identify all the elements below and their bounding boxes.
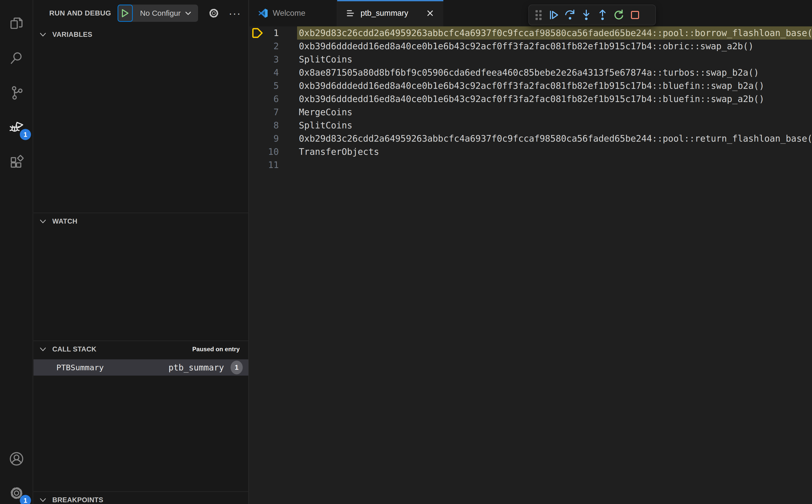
line-text[interactable]: TransferObjects bbox=[297, 145, 812, 158]
tab-welcome-label: Welcome bbox=[273, 9, 305, 18]
code-line[interactable]: 10xb29d83c26cdd2a64959263abbcfc4a6937f0c… bbox=[249, 26, 812, 40]
line-number: 5 bbox=[265, 81, 279, 91]
line-number: 4 bbox=[265, 68, 279, 78]
session-badge: 1 bbox=[230, 361, 243, 374]
vscode-window: 1 1 RUN AND DEBUG bbox=[0, 0, 812, 504]
toolbar-drag-handle-icon[interactable] bbox=[536, 10, 542, 20]
tab-ptb-summary[interactable]: ptb_summary bbox=[337, 0, 443, 26]
step-out-button[interactable] bbox=[594, 7, 611, 23]
line-number: 7 bbox=[265, 107, 279, 117]
step-into-button[interactable] bbox=[578, 7, 594, 23]
debug-configuration-dropdown[interactable]: No Configur bbox=[133, 5, 198, 22]
line-text[interactable]: 0xb39d6dddedd16ed8a40ce0b1e6b43c92acf0ff… bbox=[297, 79, 812, 92]
run-and-debug-sidebar: RUN AND DEBUG No Configur ... VARIABLES bbox=[34, 0, 249, 504]
debug-configuration-label: No Configur bbox=[140, 9, 180, 18]
call-stack-frame-row[interactable]: PTBSummary ptb_summary 1 bbox=[34, 359, 248, 376]
code-line[interactable]: 50xb39d6dddedd16ed8a40ce0b1e6b43c92acf0f… bbox=[249, 79, 812, 92]
explorer-icon bbox=[9, 16, 24, 32]
variables-section-header[interactable]: VARIABLES bbox=[34, 26, 248, 43]
activity-item-accounts[interactable] bbox=[0, 445, 33, 473]
search-icon bbox=[9, 50, 24, 66]
current-line-arrow-icon bbox=[252, 28, 263, 38]
sidebar-title: RUN AND DEBUG bbox=[49, 9, 111, 17]
debug-badge: 1 bbox=[20, 129, 31, 140]
chevron-down-icon bbox=[39, 31, 47, 38]
line-text[interactable]: 0xb39d6dddedd16ed8a40ce0b1e6b43c92acf0ff… bbox=[297, 92, 812, 106]
line-number: 11 bbox=[265, 160, 279, 170]
session-name: ptb_summary bbox=[168, 363, 224, 373]
list-file-icon bbox=[346, 8, 356, 18]
step-over-button[interactable] bbox=[562, 7, 578, 23]
step-over-icon bbox=[564, 9, 576, 21]
call-stack-section-header[interactable]: CALL STACK Paused on entry bbox=[34, 341, 248, 357]
settings-badge: 1 bbox=[20, 495, 31, 504]
editor-area: Welcome ptb_summary bbox=[249, 0, 812, 504]
close-tab-icon[interactable] bbox=[426, 9, 435, 18]
restart-button[interactable] bbox=[611, 7, 627, 23]
tab-ptb-summary-label: ptb_summary bbox=[360, 9, 408, 18]
accounts-icon bbox=[9, 451, 24, 467]
more-actions-button[interactable]: ... bbox=[229, 8, 241, 18]
chevron-down-icon bbox=[39, 217, 47, 225]
activity-bar: 1 1 bbox=[0, 0, 33, 504]
activity-item-source-control[interactable] bbox=[0, 79, 33, 107]
step-into-icon bbox=[581, 9, 592, 21]
line-text[interactable]: 0xb29d83c26cdd2a64959263abbcfc4a6937f0c9… bbox=[297, 26, 812, 40]
call-stack-label: CALL STACK bbox=[52, 345, 96, 353]
code-line[interactable]: 10TransferObjects bbox=[249, 145, 812, 158]
code-line[interactable]: 3SplitCoins bbox=[249, 53, 812, 66]
debug-current-line-gutter[interactable] bbox=[249, 28, 265, 38]
extensions-icon bbox=[9, 154, 24, 171]
frame-name: PTBSummary bbox=[56, 363, 104, 372]
activity-item-explorer[interactable] bbox=[0, 10, 33, 38]
activity-item-settings[interactable]: 1 bbox=[0, 480, 33, 504]
line-text[interactable] bbox=[297, 158, 812, 172]
watch-section-header[interactable]: WATCH bbox=[34, 213, 248, 229]
breakpoints-section: BREAKPOINTS bbox=[34, 491, 248, 504]
line-text[interactable]: 0x8ae871505a80d8bf6bf9c05906cda6edfeea46… bbox=[297, 66, 812, 79]
activity-item-extensions[interactable] bbox=[0, 148, 33, 176]
line-number: 10 bbox=[265, 147, 279, 157]
code-line[interactable]: 60xb39d6dddedd16ed8a40ce0b1e6b43c92acf0f… bbox=[249, 92, 812, 106]
line-number: 9 bbox=[265, 133, 279, 144]
chevron-down-icon bbox=[39, 345, 47, 353]
debug-toolbar bbox=[529, 5, 656, 25]
source-control-icon bbox=[9, 85, 24, 101]
variables-section: VARIABLES bbox=[34, 26, 248, 213]
continue-button[interactable] bbox=[546, 7, 562, 23]
code-line[interactable]: 90xb29d83c26cdd2a64959263abbcfc4a6937f0c… bbox=[249, 132, 812, 145]
step-out-icon bbox=[597, 9, 608, 21]
line-text[interactable]: SplitCoins bbox=[297, 119, 812, 132]
chevron-down-icon bbox=[184, 9, 192, 17]
activity-item-search[interactable] bbox=[0, 44, 33, 72]
code-line[interactable]: 7MergeCoins bbox=[249, 106, 812, 119]
line-number: 1 bbox=[265, 28, 279, 38]
line-text[interactable]: 0xb39d6dddedd16ed8a40ce0b1e6b43c92acf0ff… bbox=[297, 40, 812, 53]
activity-item-run-and-debug[interactable]: 1 bbox=[0, 114, 33, 142]
variables-label: VARIABLES bbox=[52, 31, 92, 39]
stop-button[interactable] bbox=[627, 7, 643, 23]
watch-label: WATCH bbox=[52, 217, 77, 225]
sidebar-header: RUN AND DEBUG No Configur ... bbox=[34, 0, 248, 26]
gear-icon bbox=[208, 7, 220, 19]
restart-icon bbox=[613, 9, 625, 21]
line-text[interactable]: MergeCoins bbox=[297, 106, 812, 119]
code-content: 10xb29d83c26cdd2a64959263abbcfc4a6937f0c… bbox=[249, 26, 812, 172]
line-number: 2 bbox=[265, 41, 279, 51]
tab-welcome[interactable]: Welcome bbox=[249, 0, 337, 26]
debug-settings-gear-button[interactable] bbox=[208, 7, 220, 19]
code-line[interactable]: 11 bbox=[249, 158, 812, 172]
continue-icon bbox=[548, 9, 560, 21]
breakpoints-label: BREAKPOINTS bbox=[52, 496, 103, 504]
paused-status-text: Paused on entry bbox=[192, 346, 240, 353]
start-debug-button[interactable] bbox=[118, 5, 133, 22]
call-stack-section: CALL STACK Paused on entry PTBSummary pt… bbox=[34, 341, 248, 491]
play-icon bbox=[121, 9, 129, 18]
breakpoints-section-header[interactable]: BREAKPOINTS bbox=[34, 492, 248, 504]
code-line[interactable]: 20xb39d6dddedd16ed8a40ce0b1e6b43c92acf0f… bbox=[249, 40, 812, 53]
code-line[interactable]: 8SplitCoins bbox=[249, 119, 812, 132]
code-line[interactable]: 40x8ae871505a80d8bf6bf9c05906cda6edfeea4… bbox=[249, 66, 812, 79]
line-text[interactable]: SplitCoins bbox=[297, 53, 812, 66]
line-text[interactable]: 0xb29d83c26cdd2a64959263abbcfc4a6937f0c9… bbox=[297, 132, 812, 145]
debug-launch-control: No Configur bbox=[118, 5, 198, 22]
